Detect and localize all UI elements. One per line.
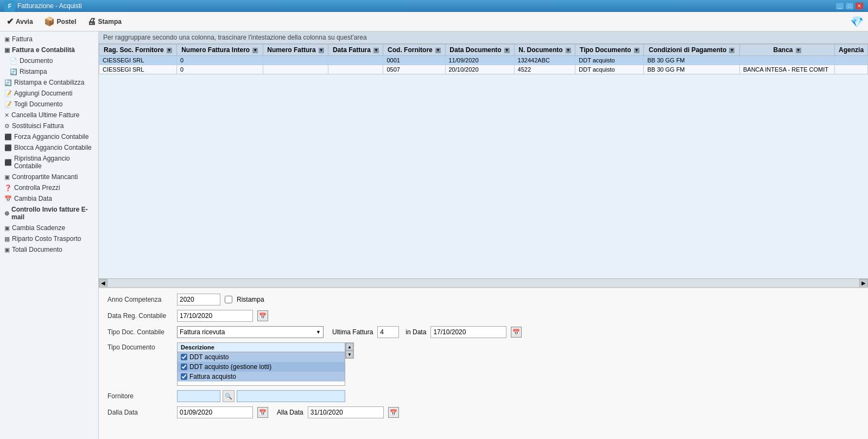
sidebar-sostituisci-label: Sostituisci Fattura [12,122,64,130]
fornitore-search-button[interactable]: 🔍 [223,390,235,402]
dalla-data-calendar[interactable]: 📅 [257,407,268,418]
app-icon-right: 💎 [850,16,864,28]
sidebar: ▣ Fattura ▣ Fattura e Contabilità 📄 Docu… [0,31,99,439]
sidebar-ristampa-label: Ristampa [20,68,47,75]
sidebar-cancella-ultime-label: Cancella Ultime Fatture [11,111,79,119]
col-banca[interactable]: Banca ▼ [739,44,834,56]
filter-n-doc[interactable]: ▼ [566,48,571,53]
filter-num-fat-intero[interactable]: ▼ [252,48,258,53]
ddt-acquisto-lotti-checkbox[interactable] [181,364,187,370]
filter-cod-for[interactable]: ▼ [435,48,441,53]
table-row[interactable]: CIESSEGI SRL0050720/10/20204522DDT acqui… [99,65,868,74]
col-cod-fornitore[interactable]: Cod. Fornitore ▼ [383,44,445,56]
sidebar-item-documento[interactable]: 📄 Documento [0,55,98,66]
sidebar-item-ristampa-contabilizza[interactable]: 🔄 Ristampa e Contabilizza [0,77,98,88]
col-data-documento[interactable]: Data Documento ▼ [445,44,514,56]
data-reg-contabile-label: Data Reg. Contabile [107,312,173,320]
dalla-data-label: Dalla Data [107,409,173,416]
in-data-input[interactable] [430,326,506,338]
col-agenzia[interactable]: Agenzia [835,44,868,56]
sidebar-item-sostituisci[interactable]: ⚙ Sostituisci Fattura [0,120,98,131]
avvia-button[interactable]: ✔ Avvia [4,15,35,28]
sidebar-item-ristampa[interactable]: 🔄 Ristampa [0,66,98,77]
fornitore-row: Fornitore 🔍 [107,390,859,402]
col-numero-fattura-intero[interactable]: Numero Fattura Intero ▼ [176,44,263,56]
scroll-track[interactable] [107,279,859,288]
col-data-fattura[interactable]: Data Fattura ▼ [328,44,383,56]
cell-cod-fornitore: 0001 [383,56,445,65]
sidebar-fattura-contabilita-label: Fattura e Contabilità [12,46,75,54]
table-row[interactable]: CIESSEGI SRL0000111/09/2020132442ABCDDT … [99,56,868,65]
sidebar-item-togli-documento[interactable]: 📝 Togli Documento [0,99,98,110]
sidebar-item-totali-documento[interactable]: ▣ Totali Documento [0,244,98,255]
minimize-button[interactable]: _ [835,2,844,10]
horizontal-scrollbar[interactable]: ◀ ▶ [99,278,868,287]
sidebar-item-fattura[interactable]: ▣ Fattura [0,34,98,44]
sidebar-item-controllo-invio[interactable]: ⊕ Controllo Invio fatture E-mail [0,204,98,222]
scroll-up-button[interactable]: ▲ [346,343,353,351]
scroll-right-button[interactable]: ▶ [859,279,868,288]
sidebar-item-forza-aggancio[interactable]: ⬛ Forza Aggancio Contabile [0,131,98,142]
ultima-fattura-input[interactable] [377,326,399,338]
sidebar-item-ripristina-aggancio[interactable]: ⬛ Ripristina Aggancio Contabile [0,153,98,171]
data-reg-contabile-input[interactable] [177,310,253,322]
anno-competenza-input[interactable] [177,294,220,306]
dalla-data-input[interactable] [177,406,253,418]
alla-data-calendar[interactable]: 📅 [388,407,399,418]
close-button[interactable]: ✕ [855,2,864,10]
sidebar-item-cambia-data[interactable]: 📅 Cambia Data [0,193,98,204]
filter-rag-soc[interactable]: ▼ [167,48,172,53]
fornitore-search-input[interactable] [177,390,220,402]
in-data-calendar[interactable]: 📅 [511,327,522,338]
sidebar-item-riparto-costo[interactable]: ▦ Riparto Costo Trasporto [0,233,98,244]
col-n-documento[interactable]: N. Documento ▼ [514,44,575,56]
data-reg-contabile-calendar[interactable]: 📅 [257,310,268,321]
sidebar-item-cancella-ultime[interactable]: ✕ Cancella Ultime Fatture [0,110,98,120]
list-item-ddt-acquisto[interactable]: DDT acquisto [178,352,345,362]
sidebar-item-contropartite[interactable]: ▣ Contropartite Mancanti [0,171,98,182]
sidebar-aggiungi-documenti-label: Aggiungi Documenti [14,90,72,97]
riparto-costo-icon: ▦ [4,236,10,243]
ristampa-checkbox[interactable] [225,296,232,303]
scroll-down-button[interactable]: ▼ [346,351,353,358]
tipo-doc-contabile-dropdown[interactable]: Fattura ricevuta ▼ [177,326,324,338]
alla-data-input[interactable] [308,406,384,418]
sidebar-item-controlla-prezzi[interactable]: ❓ Controlla Prezzi [0,182,98,193]
list-item-ddt-acquisto-lotti[interactable]: DDT acquisto (gestione lotti) [178,362,345,372]
fornitore-name-input[interactable] [237,390,345,402]
cancella-ultime-icon: ✕ [4,112,9,119]
sidebar-cambia-data-label: Cambia Data [14,195,52,202]
tipo-documento-scrollbar[interactable]: ▲ ▼ [345,342,354,359]
tipo-documento-list[interactable]: Descrizione DDT acquisto DDT acquisto (g… [177,342,345,386]
maximize-button[interactable]: □ [845,2,854,10]
sidebar-item-cambia-scadenze[interactable]: ▣ Cambia Scadenze [0,222,98,233]
title-bar: F Fatturazione - Acquisti _ □ ✕ [0,0,868,12]
ddt-acquisto-label: DDT acquisto [189,353,229,361]
col-numero-fattura[interactable]: Numero Fattura ▼ [263,44,328,56]
filter-num-fat[interactable]: ▼ [319,48,324,53]
scroll-left-button[interactable]: ◀ [99,279,107,288]
sidebar-item-fattura-contabilita[interactable]: ▣ Fattura e Contabilità [0,44,98,55]
table-wrapper[interactable]: Rag. Soc. Fornitore ▼ Numero Fattura Int… [99,44,868,278]
sidebar-riparto-costo-label: Riparto Costo Trasporto [12,235,81,243]
filter-cond-pag[interactable]: ▼ [729,48,734,53]
col-condizioni-pagamento[interactable]: Condizioni di Pagamento ▼ [644,44,740,56]
filter-data-doc[interactable]: ▼ [504,48,510,53]
list-item-fattura-acquisto[interactable]: Fattura acquisto [178,372,345,381]
sidebar-item-aggiungi-documenti[interactable]: 📝 Aggiungi Documenti [0,88,98,99]
sidebar-ripristina-aggancio-label: Ripristina Aggancio Contabile [14,155,94,170]
filter-banca[interactable]: ▼ [796,48,801,53]
filter-tipo-doc[interactable]: ▼ [634,48,639,53]
stampa-button[interactable]: 🖨 Stampa [85,16,124,28]
window-controls[interactable]: _ □ ✕ [835,2,864,10]
ddt-acquisto-checkbox[interactable] [181,354,187,360]
togli-documento-icon: 📝 [4,101,12,108]
postel-icon: 📦 [44,16,55,27]
filter-data-fat[interactable]: ▼ [373,48,379,53]
col-tipo-documento[interactable]: Tipo Documento ▼ [575,44,644,56]
col-rag-soc-fornitore[interactable]: Rag. Soc. Fornitore ▼ [99,44,177,56]
sidebar-contropartite-label: Contropartite Mancanti [12,173,78,181]
sidebar-item-blocca-aggancio[interactable]: ⬛ Blocca Aggancio Contabile [0,142,98,153]
postel-button[interactable]: 📦 Postel [42,15,79,28]
fattura-acquisto-checkbox[interactable] [181,373,187,380]
